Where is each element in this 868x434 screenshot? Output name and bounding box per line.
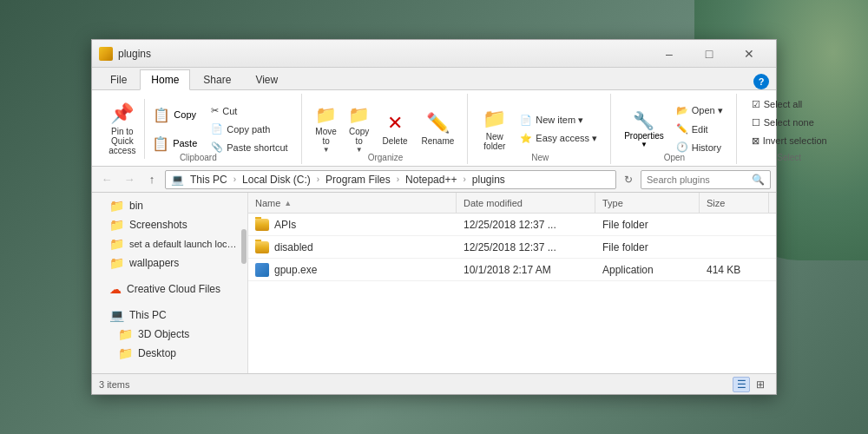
- ribbon-group-open: 🔧 Properties ▼ 📂 Open ▾ ✏️ Edit 🕐: [613, 94, 737, 164]
- select-all-button[interactable]: ☑ Select all: [746, 95, 833, 113]
- path-plugins[interactable]: plugins: [470, 173, 508, 187]
- properties-button[interactable]: 🔧 Properties ▼: [620, 102, 668, 157]
- sidebar: 📁 bin 📁 Screenshots 📁 set a default laun…: [92, 193, 248, 373]
- desktop-icon: 📁: [118, 346, 133, 360]
- filelist-header: Name ▲ Date modified Type Size: [248, 193, 776, 214]
- search-input[interactable]: [647, 174, 748, 185]
- sidebar-item-bin[interactable]: 📁 bin: [92, 196, 247, 215]
- ribbon-group-new: 📁 Newfolder 📄 New item ▾ ⭐ Easy access ▾…: [470, 94, 611, 164]
- delete-label: Delete: [383, 136, 408, 146]
- new-items-col: 📄 New item ▾ ⭐ Easy access ▾: [514, 111, 603, 147]
- details-view-button[interactable]: ☰: [733, 377, 750, 392]
- organize-group-label: Organize: [368, 153, 404, 162]
- copy-to-button[interactable]: 📁 Copyto ▼: [344, 102, 375, 157]
- copy-path-button[interactable]: 📄 Copy path: [205, 121, 293, 138]
- path-local-disk[interactable]: Local Disk (C:): [240, 173, 313, 187]
- sidebar-label-desktop: Desktop: [138, 347, 176, 359]
- move-to-button[interactable]: 📁 Moveto ▼: [311, 102, 342, 157]
- col-header-type[interactable]: Type: [595, 193, 700, 213]
- select-buttons: ☑ Select all ☐ Select none ⊠ Invert sele…: [746, 95, 833, 149]
- tab-share[interactable]: Share: [192, 69, 242, 89]
- address-path[interactable]: 💻 This PC › Local Disk (C:) › Program Fi…: [165, 170, 616, 189]
- pin-label: Pin to Quick access: [108, 127, 136, 155]
- easy-access-button[interactable]: ⭐ Easy access ▾: [514, 129, 603, 147]
- new-item-button[interactable]: 📄 New item ▾: [514, 111, 603, 128]
- copy-button[interactable]: 📋 Copy: [146, 101, 203, 128]
- file-size-apis: [700, 223, 769, 227]
- large-icons-view-button[interactable]: ⊞: [752, 377, 769, 392]
- delete-button[interactable]: ✕ Delete: [377, 102, 414, 157]
- sidebar-item-creative-cloud[interactable]: ☁ Creative Cloud Files: [92, 279, 247, 299]
- exe-icon-gpup: [255, 263, 269, 277]
- path-notepadpp[interactable]: Notepad++: [403, 173, 459, 187]
- open-col: 📂 Open ▾ ✏️ Edit 🕐 History: [670, 102, 729, 156]
- clipboard-group-label: Clipboard: [180, 153, 217, 162]
- help-button[interactable]: ?: [753, 74, 769, 89]
- path-this-pc[interactable]: This PC: [187, 173, 230, 187]
- invert-selection-label: Invert selection: [763, 135, 827, 146]
- paste-shortcut-button[interactable]: 📎 Paste shortcut: [205, 139, 293, 156]
- sidebar-item-screenshots[interactable]: 📁 Screenshots: [92, 215, 247, 234]
- sidebar-scrollbar[interactable]: [241, 229, 247, 264]
- delete-icon: ✕: [387, 112, 403, 135]
- sidebar-item-wallpapers[interactable]: 📁 wallpapers: [92, 253, 247, 273]
- tab-home[interactable]: Home: [140, 69, 190, 90]
- select-none-button[interactable]: ☐ Select none: [746, 114, 833, 131]
- copy-paste-col: 📋 Copy 📋 Paste: [146, 101, 203, 157]
- sidebar-label-3d: 3D Objects: [138, 328, 189, 340]
- pin-to-quick-access-button[interactable]: 📌 Pin to Quick access: [102, 102, 142, 157]
- ribbon-group-clipboard: 📌 Pin to Quick access 📋 Copy 📋 P: [95, 94, 302, 164]
- back-button[interactable]: ←: [97, 170, 116, 189]
- copy-to-icon: 📁: [348, 104, 370, 125]
- computer-icon: 💻: [171, 174, 184, 186]
- invert-selection-button[interactable]: ⊠ Invert selection: [746, 132, 833, 149]
- maximize-button[interactable]: □: [689, 40, 729, 68]
- select-none-label: Select none: [764, 117, 814, 128]
- cut-icon: ✂: [211, 105, 219, 116]
- sidebar-item-3d-objects[interactable]: 📁 3D Objects: [92, 325, 247, 344]
- file-row-gpup[interactable]: gpup.exe 10/1/2018 2:17 AM Application 4…: [248, 259, 776, 281]
- copy-to-label: Copyto: [349, 127, 369, 146]
- sidebar-item-this-pc[interactable]: 💻 This PC: [92, 306, 247, 325]
- refresh-button[interactable]: ↻: [620, 171, 637, 188]
- file-row-apis[interactable]: APIs 12/25/2018 12:37 ... File folder: [248, 214, 776, 236]
- forward-button[interactable]: →: [120, 170, 139, 189]
- col-header-size[interactable]: Size: [700, 193, 769, 213]
- file-name-gpup: gpup.exe: [248, 261, 457, 279]
- main-area: 📁 bin 📁 Screenshots 📁 set a default laun…: [92, 193, 776, 373]
- search-box[interactable]: 🔍: [641, 170, 771, 189]
- new-folder-button[interactable]: 📁 Newfolder: [477, 102, 512, 157]
- file-row-disabled[interactable]: disabled 12/25/2018 12:37 ... File folde…: [248, 236, 776, 259]
- properties-label: Properties: [624, 131, 664, 141]
- rename-button[interactable]: ✏️ Rename: [416, 102, 461, 157]
- select-none-icon: ☐: [752, 117, 760, 128]
- sidebar-item-default-launch[interactable]: 📁 set a default launch locati...: [92, 234, 247, 253]
- file-name-disabled: disabled: [248, 240, 457, 255]
- up-button[interactable]: ↑: [142, 170, 161, 189]
- folder-icon: 📁: [109, 218, 124, 232]
- edit-button[interactable]: ✏️ Edit: [670, 121, 729, 138]
- path-program-files[interactable]: Program Files: [323, 173, 393, 187]
- sort-arrow: ▲: [284, 199, 292, 207]
- rename-icon: ✏️: [426, 112, 450, 135]
- tab-view[interactable]: View: [244, 69, 289, 89]
- move-icon: 📁: [315, 104, 337, 125]
- file-date-gpup: 10/1/2018 2:17 AM: [457, 262, 595, 278]
- titlebar: plugins – □ ✕: [92, 40, 776, 68]
- col-header-date[interactable]: Date modified: [457, 193, 595, 213]
- cut-button[interactable]: ✂ Cut: [205, 102, 293, 120]
- tab-file[interactable]: File: [99, 69, 138, 89]
- copy-to-dropdown-arrow: ▼: [356, 146, 363, 154]
- copy-label: Copy: [174, 109, 196, 120]
- file-date-disabled: 12/25/2018 12:37 ...: [457, 240, 595, 255]
- new-item-icon: 📄: [520, 115, 532, 126]
- ribbon-tab-bar: File Home Share View ?: [92, 68, 776, 90]
- open-button[interactable]: 📂 Open ▾: [670, 102, 729, 120]
- copy-path-icon: 📄: [211, 123, 223, 135]
- minimize-button[interactable]: –: [649, 40, 689, 68]
- sidebar-item-desktop[interactable]: 📁 Desktop: [92, 344, 247, 363]
- close-button[interactable]: ✕: [729, 40, 769, 68]
- file-size-gpup: 414 KB: [700, 262, 769, 278]
- col-header-name[interactable]: Name ▲: [248, 193, 457, 213]
- sidebar-spacer: [92, 273, 247, 279]
